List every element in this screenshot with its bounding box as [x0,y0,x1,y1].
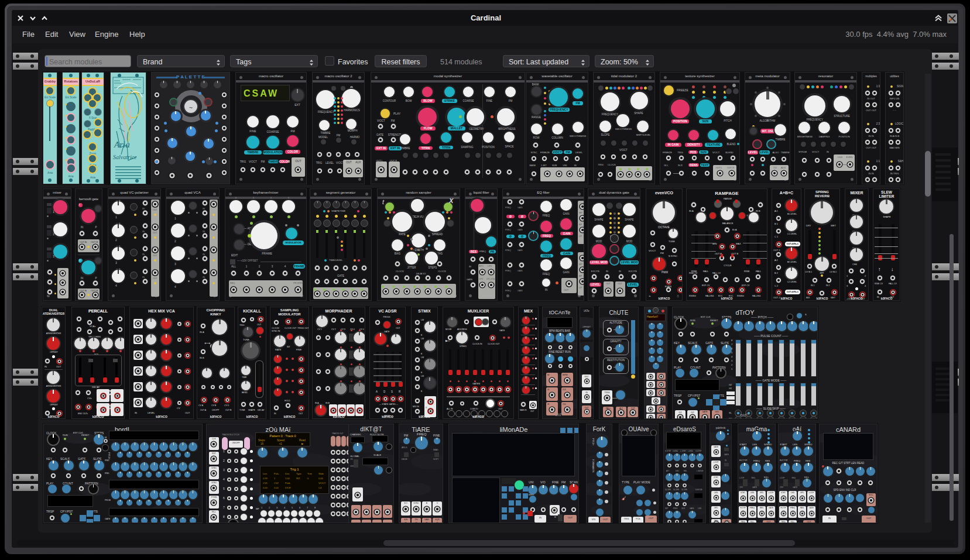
svg-text:Salvatrice: Salvatrice [113,154,137,160]
svg-text:Aria: Aria [114,140,130,149]
